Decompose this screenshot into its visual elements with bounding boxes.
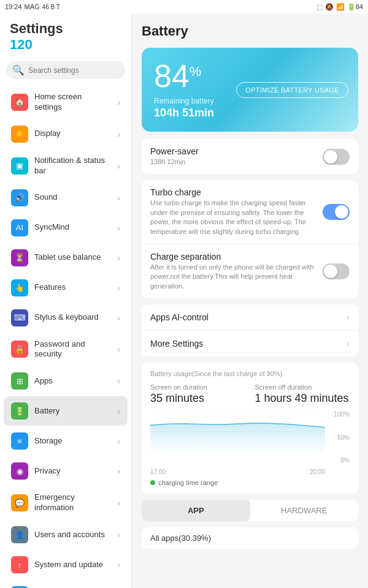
nav-icon-syncmind: AI (11, 219, 28, 236)
power-saver-label: Power-saver (150, 146, 323, 156)
sidebar-item-privacy[interactable]: ◉ Privacy › (4, 456, 128, 486)
turbo-charge-label: Turbo charge (150, 187, 323, 197)
sidebar-item-tablet-use[interactable]: ⏳ Tablet use balance › (4, 243, 128, 273)
main-layout: Settings 120 🔍 🏠 Home screen settings › … (0, 13, 368, 588)
screen-off-value: 1 hours 49 minutes (255, 392, 350, 405)
battery-remaining-label: Remaining battery (154, 97, 346, 105)
battery-icon: 🔋84 (347, 3, 363, 11)
power-saver-row[interactable]: Power-saver 138h 12min (142, 139, 358, 174)
sidebar: Settings 120 🔍 🏠 Home screen settings › … (0, 13, 132, 588)
hardware-tab[interactable]: HARDWARE (250, 500, 359, 521)
status-left: 19:24 MAG 46 B T (5, 3, 60, 10)
screen-off-col: Screen off duration 1 hours 49 minutes (255, 383, 350, 405)
screen-off-label: Screen off duration (255, 383, 350, 391)
sidebar-item-storage[interactable]: ≡ Storage › (4, 426, 128, 456)
page-title: Battery (142, 23, 358, 39)
chart-fill (150, 423, 325, 452)
turbo-charge-toggle[interactable] (323, 204, 350, 220)
nav-arrow-tablet-use: › (117, 253, 120, 263)
charging-legend-label: charging time range (158, 479, 218, 486)
sidebar-item-apps[interactable]: ⊞ Apps › (4, 366, 128, 396)
screen-on-label: Screen on duration (150, 383, 245, 391)
nav-icon-features: 👆 (11, 279, 28, 296)
nav-icon-tablet-use: ⏳ (11, 249, 28, 266)
nav-arrow-notification: › (117, 161, 120, 171)
mute-icon: 🔕 (325, 3, 334, 11)
nav-arrow-emergency: › (117, 498, 120, 508)
more-settings-row[interactable]: More Settings › (142, 331, 358, 356)
power-saver-toggle[interactable] (323, 149, 350, 165)
nav-icon-sound: 🔊 (11, 189, 28, 206)
sidebar-item-users[interactable]: 👤 Users and accounts › (4, 520, 128, 549)
all-apps-row[interactable]: All apps(30.39%) (142, 527, 358, 549)
optimize-button[interactable]: OPTIMIZE BATTERY USAGE (236, 82, 348, 98)
nav-label-system: System and update (34, 560, 111, 570)
sidebar-item-features[interactable]: 👆 Features › (4, 273, 128, 303)
sidebar-item-syncmind[interactable]: AI SyncMind › (4, 213, 128, 243)
sidebar-item-display[interactable]: ☀️ Display › (4, 119, 128, 149)
nav-list: 🏠 Home screen settings › ☀️ Display › ▣ … (0, 85, 131, 588)
more-settings-label: More Settings (150, 339, 347, 349)
screen-on-value: 35 minutes (150, 392, 245, 405)
apps-ai-row[interactable]: Apps AI-control › (142, 304, 358, 331)
charge-section: Turbo charge Use turbo charge to make th… (142, 180, 358, 298)
sidebar-item-notification[interactable]: ▣ Notification & status bar › (4, 149, 128, 183)
nav-icon-stylus: ⌨ (11, 309, 28, 326)
nav-label-notification: Notification & status bar (34, 156, 111, 176)
nav-arrow-sound: › (117, 193, 120, 203)
sidebar-item-stylus[interactable]: ⌨ Stylus & keyboard › (4, 303, 128, 333)
nav-label-battery: Battery (34, 406, 111, 417)
status-time: 19:24 (5, 3, 22, 10)
battery-chart: 100% 50% 0% (150, 411, 350, 466)
apps-ai-arrow: › (347, 312, 350, 323)
nav-label-sound: Sound (34, 192, 111, 203)
battery-time: 104h 51min (154, 107, 346, 119)
nav-arrow-features: › (117, 283, 120, 293)
cast-icon: ⬚ (316, 3, 323, 11)
sidebar-item-about[interactable]: ℹ About tablet › (4, 580, 128, 588)
nav-arrow-privacy: › (117, 466, 120, 476)
charge-separation-sub: After it is turned on only the phone wil… (150, 263, 323, 291)
sidebar-item-system[interactable]: ↑ System and update › (4, 550, 128, 579)
app-tab[interactable]: APP (142, 500, 250, 521)
status-mag: MAG (25, 3, 40, 10)
nav-arrow-stylus: › (117, 313, 120, 323)
search-icon: 🔍 (12, 64, 25, 76)
status-icons: 46 B T (42, 4, 60, 10)
nav-arrow-home-screen: › (117, 97, 120, 107)
status-right: ⬚ 🔕 📶 🔋84 (316, 3, 363, 11)
charge-separation-row[interactable]: Charge separation After it is turned on … (142, 244, 358, 298)
sidebar-item-password[interactable]: 🔒 Password and security › (4, 333, 128, 366)
nav-label-users: Users and accounts (34, 530, 111, 540)
nav-label-emergency: Emergency information (34, 492, 111, 513)
nav-label-display: Display (34, 129, 111, 139)
search-input[interactable] (28, 66, 119, 75)
power-saver-section: Power-saver 138h 12min (142, 139, 358, 174)
nav-icon-privacy: ◉ (11, 462, 28, 480)
nav-arrow-storage: › (117, 436, 120, 446)
charge-separation-label: Charge separation (150, 252, 323, 262)
power-saver-sub: 138h 12min (150, 157, 323, 167)
apps-ai-label: Apps AI-control (150, 312, 347, 322)
battery-usage-section: Battery usage(Since the last charge of 9… (142, 363, 358, 494)
turbo-charge-row[interactable]: Turbo charge Use turbo charge to make th… (142, 180, 358, 244)
more-settings-arrow: › (347, 338, 350, 349)
sidebar-item-battery[interactable]: 🔋 Battery › (4, 396, 128, 426)
turbo-charge-text: Turbo charge Use turbo charge to make th… (150, 187, 323, 236)
charge-separation-text: Charge separation After it is turned on … (150, 252, 323, 291)
search-box[interactable]: 🔍 (6, 61, 125, 79)
toggle-knob-2 (335, 205, 348, 219)
toggle-knob-3 (324, 265, 337, 278)
sidebar-item-sound[interactable]: 🔊 Sound › (4, 183, 128, 213)
usage-row: Screen on duration 35 minutes Screen off… (150, 383, 350, 405)
sidebar-item-emergency[interactable]: 💬 Emergency information › (4, 486, 128, 519)
tab-bar: APP HARDWARE (142, 500, 358, 521)
sidebar-item-home-screen[interactable]: 🏠 Home screen settings › (4, 86, 128, 119)
charge-separation-toggle[interactable] (323, 263, 350, 279)
content-area: Battery 84% Remaining battery 104h 51min… (132, 13, 368, 588)
battery-card: 84% Remaining battery 104h 51min OPTIMIZ… (142, 48, 358, 132)
nav-icon-users: 👤 (11, 526, 28, 543)
nav-label-storage: Storage (34, 436, 111, 447)
nav-arrow-display: › (117, 129, 120, 139)
nav-arrow-apps: › (117, 376, 120, 386)
